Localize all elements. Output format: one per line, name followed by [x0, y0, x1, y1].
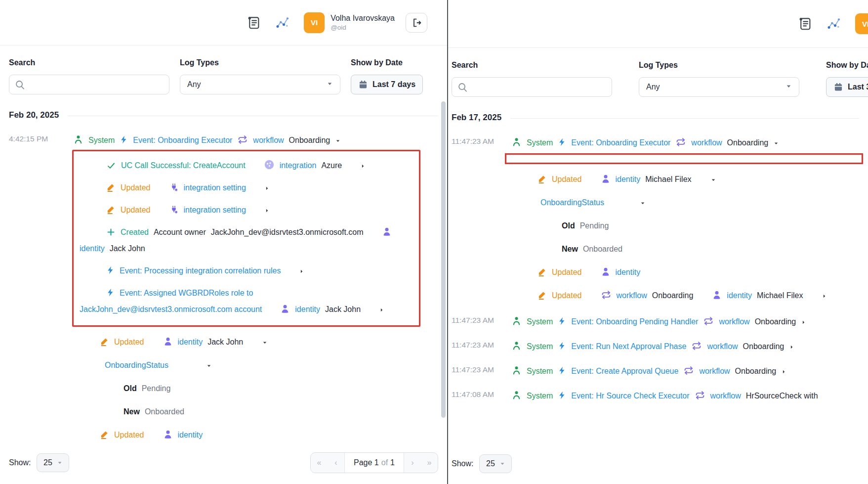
right-log-area: Feb 17, 2025 11:47:23 AMSystemEvent: Onb… [448, 97, 868, 447]
log-text[interactable]: Event: Onboarding Pending Handler [571, 317, 698, 326]
search-input[interactable] [30, 81, 164, 89]
log-text[interactable]: workflow [691, 138, 722, 147]
logout-button[interactable] [406, 13, 427, 33]
caret-down-icon[interactable] [773, 140, 779, 146]
log-text: Updated [114, 431, 144, 439]
first-page-button[interactable]: « [311, 453, 328, 473]
caret-right-icon[interactable] [251, 208, 270, 214]
created-plus-icon [93, 227, 116, 237]
log-sub-row[interactable]: OldPending [72, 380, 438, 396]
log-text[interactable]: OnboardingStatus [105, 361, 168, 369]
log-entry-row[interactable]: 11:47:23 AMSystemEvent: Create Approval … [452, 364, 868, 378]
log-sub-row[interactable]: OnboardingStatus [510, 194, 868, 211]
caret-down-icon[interactable] [173, 363, 212, 369]
log-text: Old [562, 221, 575, 230]
caret-right-icon[interactable] [789, 344, 794, 350]
log-text[interactable]: identity [178, 338, 203, 346]
log-entry-row[interactable]: 11:47:08 AMSystemEvent: Hr Source Check … [452, 389, 868, 402]
log-sub-row[interactable]: UpdatedidentityMichael Filex [510, 171, 868, 187]
show-label: Show: [452, 459, 473, 468]
date-range-button[interactable]: Last 7 days [351, 75, 423, 94]
date-range-button[interactable]: Last 30 days [826, 77, 868, 97]
network-graph-icon[interactable] [827, 16, 841, 31]
caret-right-icon[interactable] [801, 319, 806, 325]
log-text[interactable]: Event: Onboarding Executor [133, 136, 232, 144]
log-sub-row[interactable]: NewOnboarded [72, 403, 438, 420]
caret-right-icon[interactable] [251, 185, 270, 191]
log-text[interactable]: workflow [253, 136, 284, 144]
log-text[interactable]: identity [295, 305, 320, 313]
workflow-icon [695, 390, 705, 400]
log-sub-row[interactable]: UpdatedworkflowOnboardingidentityMichael… [510, 287, 868, 304]
log-text[interactable]: OnboardingStatus [540, 198, 604, 207]
prev-page-button[interactable]: ‹ [328, 453, 344, 473]
log-sub-row[interactable]: Updatedidentity [72, 427, 438, 443]
log-text[interactable]: Event: Hr Source Check Executor [571, 392, 689, 400]
caret-down-icon[interactable] [248, 340, 268, 346]
caret-right-icon[interactable] [286, 268, 304, 274]
log-text[interactable]: identity [616, 268, 641, 276]
log-text[interactable]: workflow [699, 367, 730, 375]
log-text[interactable]: identity [616, 175, 641, 183]
log-sub-row[interactable]: UC Call Successful: CreateAccountintegra… [80, 157, 414, 174]
log-text[interactable]: identity [727, 291, 752, 300]
caret-right-icon[interactable] [347, 163, 366, 169]
log-types-select[interactable]: Any [639, 77, 799, 97]
log-sub-row[interactable]: Updatedidentity [510, 264, 868, 280]
log-sub-row[interactable]: UpdatedidentityJack John [72, 334, 438, 350]
next-page-button[interactable]: › [404, 453, 421, 473]
log-sub-row[interactable]: Event: Assigned WGBRDRoles role toJackJo… [80, 285, 414, 317]
log-text[interactable]: Event: Run Next Approval Phase [571, 342, 686, 351]
last-page-button[interactable]: » [421, 453, 438, 473]
log-text[interactable]: Event: Assigned WGBRDRoles role to [120, 289, 253, 297]
log-sub-row[interactable]: NewOnboarded [510, 241, 868, 257]
log-entry-row[interactable]: 11:47:23 AMSystemEvent: Onboarding Execu… [452, 136, 868, 149]
log-text[interactable]: Event: Onboarding Executor [571, 138, 670, 147]
log-text: System [527, 317, 553, 326]
caret-down-icon[interactable] [609, 200, 646, 206]
system-user-icon [511, 315, 522, 326]
scrollbar-thumb[interactable] [441, 101, 446, 418]
caret-down-icon[interactable] [335, 138, 341, 144]
log-types-select[interactable]: Any [180, 75, 340, 94]
event-lightning-icon [558, 316, 566, 326]
caret-down-icon[interactable] [697, 177, 716, 183]
workflow-icon [683, 365, 694, 376]
log-entry-row[interactable]: 4:42:15 PMSystemEvent: Onboarding Execut… [9, 133, 438, 147]
log-sub-row[interactable]: CreatedAccount ownerJackJohn_dev@idsrvte… [80, 224, 414, 257]
page-size-select[interactable]: 25 [479, 454, 512, 473]
audit-log-icon[interactable] [247, 15, 261, 31]
log-sub-row[interactable]: OnboardingStatus [72, 357, 438, 373]
log-text[interactable]: Event: Create Approval Queue [571, 367, 678, 375]
log-text: System [527, 392, 553, 400]
log-entry-row[interactable]: 11:47:23 AMSystemEvent: Run Next Approva… [452, 340, 868, 353]
timestamp: 11:47:23 AM [452, 364, 511, 374]
search-input[interactable] [472, 83, 607, 91]
log-text[interactable]: workflow [707, 342, 738, 351]
log-text[interactable]: integration [280, 161, 317, 170]
log-entry-row[interactable]: 11:47:23 AMSystemEvent: Onboarding Pendi… [452, 315, 868, 328]
caret-right-icon[interactable] [781, 369, 786, 375]
log-text[interactable]: workflow [710, 392, 741, 400]
caret-right-icon[interactable] [808, 293, 827, 299]
log-sub-row[interactable]: Event: Processing integration correlatio… [80, 263, 414, 279]
page-size-select[interactable]: 25 [37, 453, 69, 472]
avatar[interactable]: VI [855, 13, 868, 34]
log-text[interactable]: workflow [719, 317, 749, 326]
log-sub-row[interactable]: Updatedintegration setting [80, 179, 414, 196]
caret-right-icon[interactable] [366, 307, 384, 313]
annotation-box-right [505, 153, 863, 164]
log-text[interactable]: workflow [617, 291, 647, 300]
log-text[interactable]: JackJohn_dev@idsrvtest3.onmicrosoft.com … [80, 305, 262, 313]
log-text[interactable]: Event: Processing integration correlatio… [120, 266, 281, 275]
log-text: Onboarded [145, 407, 184, 416]
log-text[interactable]: identity [178, 431, 203, 439]
log-sub-row[interactable]: Updatedintegration setting [80, 202, 414, 218]
avatar[interactable]: VI [304, 12, 325, 33]
network-graph-icon[interactable] [275, 15, 290, 30]
log-sub-row[interactable]: OldPending [510, 218, 868, 234]
log-text[interactable]: integration setting [184, 183, 246, 192]
audit-log-icon[interactable] [798, 16, 813, 32]
log-text[interactable]: integration setting [184, 206, 246, 214]
log-text[interactable]: identity [80, 244, 105, 253]
